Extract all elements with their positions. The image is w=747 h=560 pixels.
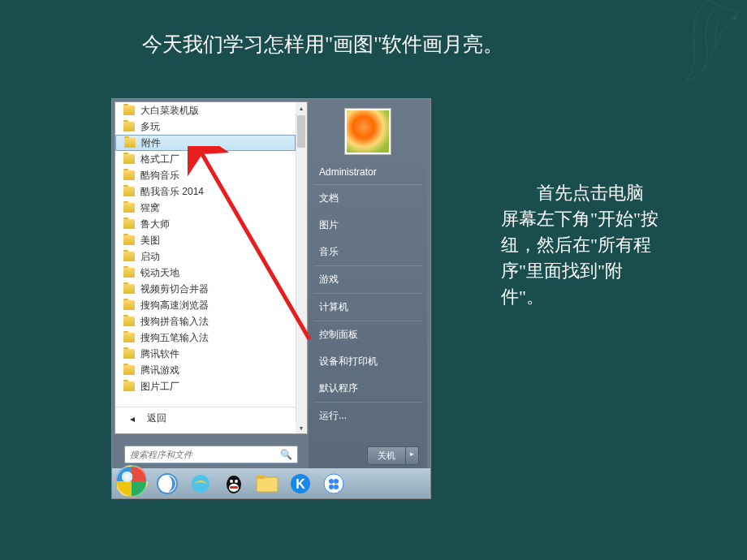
svg-point-16 (329, 485, 334, 489)
right-menu-item[interactable]: 文档 (309, 185, 427, 212)
shutdown-button[interactable]: 关机 (367, 446, 406, 465)
folder-icon (123, 122, 135, 131)
svg-point-6 (230, 480, 233, 483)
program-item[interactable]: 酷我音乐 2014 (115, 183, 296, 200)
program-item[interactable]: 猩窝 (115, 200, 296, 216)
right-menu-item[interactable]: 运行... (309, 403, 427, 429)
scroll-up-icon[interactable]: ▴ (296, 102, 307, 114)
back-button[interactable]: ◂ 返回 (115, 407, 307, 429)
svg-rect-10 (257, 476, 265, 479)
svg-point-0 (733, 16, 736, 19)
folder-icon (124, 138, 136, 148)
right-menu-item[interactable]: 控制面板 (309, 321, 427, 348)
program-list: 大白菜装机版多玩附件格式工厂酷狗音乐酷我音乐 2014猩窝鲁大师美图启动锐动天地… (115, 102, 296, 407)
page-title: 今天我们学习怎样用"画图"软件画月亮。 (142, 31, 503, 58)
program-label: 格式工厂 (140, 153, 179, 166)
right-menu-item[interactable]: 游戏 (309, 266, 427, 293)
right-menu-item[interactable]: 默认程序 (309, 375, 427, 402)
program-item[interactable]: 美图 (115, 232, 296, 248)
right-menu-item[interactable]: 图片 (309, 212, 427, 239)
back-label: 返回 (147, 411, 166, 425)
program-label: 搜狗五笔输入法 (140, 331, 209, 345)
program-item[interactable]: 启动 (115, 248, 296, 265)
right-menu-list: Administrator文档图片音乐游戏计算机控制面板设备和打印机默认程序运行… (309, 160, 427, 429)
svg-text:K: K (296, 477, 305, 491)
taskbar-kugou[interactable]: K (286, 472, 314, 496)
taskbar: K (112, 468, 430, 498)
folder-icon (123, 365, 135, 375)
program-label: 搜狗拼音输入法 (140, 315, 209, 329)
program-item[interactable]: 多玩 (115, 118, 296, 135)
folder-icon (123, 187, 135, 196)
program-label: 酷我音乐 2014 (140, 185, 204, 199)
folder-icon (123, 317, 135, 326)
program-item[interactable]: 视频剪切合并器 (115, 281, 296, 297)
start-menu-right-panel: Administrator文档图片音乐游戏计算机控制面板设备和打印机默认程序运行… (309, 101, 427, 470)
program-label: 启动 (140, 250, 160, 264)
start-menu-left-panel: 大白菜装机版多玩附件格式工厂酷狗音乐酷我音乐 2014猩窝鲁大师美图启动锐动天地… (114, 101, 308, 434)
program-item[interactable]: 腾讯软件 (115, 346, 296, 362)
avatar-image (347, 110, 389, 153)
svg-rect-8 (230, 486, 238, 489)
search-input[interactable] (130, 450, 280, 459)
program-label: 腾讯游戏 (140, 364, 179, 377)
program-item[interactable]: 搜狗高速浏览器 (115, 297, 296, 313)
program-item[interactable]: 鲁大师 (115, 216, 296, 232)
program-item[interactable]: 腾讯游戏 (115, 362, 296, 378)
back-arrow-icon: ◂ (130, 413, 135, 424)
svg-rect-9 (257, 477, 278, 492)
folder-icon (123, 235, 135, 245)
program-label: 腾讯软件 (140, 347, 179, 361)
phoenix-decoration (650, 0, 747, 106)
folder-icon (123, 203, 135, 213)
folder-icon (123, 284, 135, 294)
svg-point-14 (329, 479, 334, 484)
program-label: 图片工厂 (140, 380, 179, 394)
instruction-text: 首先点击电脑屏幕左下角"开始"按纽，然后在"所有程序"里面找到"附件"。 (501, 180, 659, 309)
svg-point-17 (334, 485, 339, 489)
search-box[interactable]: 🔍 (124, 446, 298, 463)
taskbar-ie-browser[interactable] (186, 472, 214, 496)
folder-icon (123, 170, 135, 180)
taskbar-folder[interactable] (253, 472, 281, 496)
taskbar-qq[interactable] (219, 472, 248, 496)
program-item[interactable]: 酷狗音乐 (115, 167, 296, 183)
scroll-thumb[interactable] (297, 115, 305, 148)
program-label: 多玩 (140, 120, 160, 134)
taskbar-sogou-browser[interactable] (153, 472, 181, 496)
folder-icon (123, 106, 135, 115)
folder-icon (123, 154, 135, 164)
program-item[interactable]: 搜狗五笔输入法 (115, 330, 296, 346)
right-menu-item[interactable]: 设备和打印机 (309, 348, 427, 375)
scroll-down-icon[interactable]: ▾ (296, 422, 307, 433)
folder-icon (123, 349, 135, 359)
program-label: 鲁大师 (140, 218, 170, 231)
program-item[interactable]: 图片工厂 (115, 378, 296, 394)
folder-icon (123, 252, 135, 261)
program-item[interactable]: 格式工厂 (115, 151, 296, 167)
program-item[interactable]: 锐动天地 (115, 265, 296, 281)
program-label: 美图 (140, 234, 160, 248)
program-item[interactable]: 搜狗拼音输入法 (115, 313, 296, 330)
program-item[interactable]: 大白菜装机版 (115, 102, 296, 118)
program-item[interactable]: 附件 (115, 135, 296, 151)
svg-point-3 (192, 475, 209, 493)
user-avatar[interactable] (344, 108, 391, 155)
program-label: 大白菜装机版 (140, 104, 199, 118)
right-menu-item[interactable]: 计算机 (309, 294, 427, 321)
folder-icon (123, 268, 135, 278)
folder-icon (123, 381, 135, 391)
user-name[interactable]: Administrator (309, 160, 427, 184)
shutdown-options-button[interactable]: ▸ (406, 446, 419, 465)
scrollbar[interactable]: ▴ ▾ (296, 102, 307, 433)
folder-icon (123, 333, 135, 342)
taskbar-baidu[interactable] (319, 472, 348, 496)
start-button[interactable] (115, 465, 148, 498)
program-label: 猩窝 (140, 201, 160, 215)
search-area: 🔍 (114, 440, 308, 469)
right-menu-item[interactable]: 音乐 (309, 239, 427, 265)
svg-point-15 (334, 479, 339, 484)
wave-pattern-decoration (0, 0, 45, 560)
start-menu-screenshot: 大白菜装机版多玩附件格式工厂酷狗音乐酷我音乐 2014猩窝鲁大师美图启动锐动天地… (111, 98, 431, 499)
svg-point-13 (324, 474, 343, 493)
